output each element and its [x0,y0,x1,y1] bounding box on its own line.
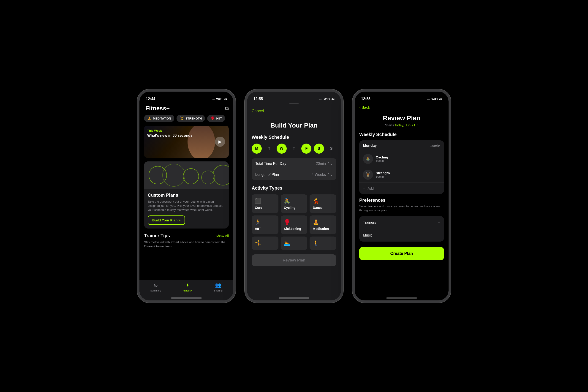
nav-summary[interactable]: ⊙ Summary [150,282,161,292]
back-button[interactable]: ‹ Back [359,105,370,110]
music-row[interactable]: Music + [359,229,444,242]
trainers-label: Trainers [363,220,376,224]
nav-summary-label: Summary [150,289,161,292]
day-t2-label: T [293,146,295,151]
chevron-updown-icon: ⌃⌄ [327,162,333,166]
phone-2: 12:55 ▪▪▪ WiFi 33 Cancel Build Your Plan… [245,89,343,303]
signal-icon-3: ▪▪▪ [427,97,430,101]
time-2: 12:55 [254,97,263,101]
home-indicator-2 [279,298,309,298]
status-icons-2: ▪▪▪ WiFi 33 [319,97,334,101]
strength-workout-icon: 🏋 [363,170,373,180]
review-plan-header: ‹ Back [355,103,448,114]
pill-meditation[interactable]: 🧘 MEDITATION [144,115,174,122]
wifi-icon: WiFi [216,97,222,101]
status-bar-2: 12:55 ▪▪▪ WiFi 33 [247,92,341,103]
more2-icon: 🏊 [284,240,304,246]
status-icons-3: ▪▪▪ WiFi 33 [427,97,442,101]
strength-icon: 🏋 [180,116,184,120]
activity-more-2[interactable]: 🏊 [281,236,308,250]
build-plan-title: Build Your Plan [247,117,341,135]
drag-handle [290,103,298,104]
activity-grid: ⬛ Core 🚴 Cycling 💃 Dance 🏃 HIIT 🥊 Kickbo… [247,194,341,254]
featured-video[interactable]: This Week What's new in 60 seconds ▶ [144,126,229,158]
cycling-workout-item[interactable]: 🚴 Cycling 10min [359,151,444,167]
day-thursday[interactable]: T [289,144,299,154]
day-monday[interactable]: M [252,144,262,154]
length-of-plan-row[interactable]: Length of Plan 4 Weeks ⌃⌄ [252,169,336,180]
trainer-tips-desc: Stay motivated with expert advice and ho… [140,240,233,248]
time-1: 12:44 [146,97,155,101]
pill-strength[interactable]: 🏋 STRENGTH [176,115,205,122]
trainers-row[interactable]: Trainers + [359,216,444,229]
activity-meditation[interactable]: 🧘 Meditation [310,216,336,234]
day-saturday[interactable]: S [314,144,324,154]
music-add-icon: + [438,233,440,238]
more3-icon: 🚶 [313,240,333,246]
total-time-val-text: 20min [316,162,326,166]
schedule-card: Monday 20min 🚴 Cycling 10min 🏋 Strength … [359,140,444,194]
status-bar-3: 12:55 ▪▪▪ WiFi 33 [355,92,448,103]
nav-fitness-plus[interactable]: ✦ Fitness+ [183,282,192,292]
review-plan-button[interactable]: Review Plan [252,254,336,266]
music-label: Music [363,233,372,238]
activity-dance[interactable]: 💃 Dance [310,194,336,213]
activity-core[interactable]: ⬛ Core [252,194,278,213]
activity-cycling[interactable]: 🚴 Cycling [281,194,308,213]
cycling-workout-icon: 🚴 [363,154,373,164]
preferences-title: Preferences [359,198,444,203]
activity-hiit[interactable]: 🏃 HIIT [252,216,278,234]
day-tuesday[interactable]: T [264,144,274,154]
video-title: What's new in 60 seconds [147,133,192,138]
category-pills: 🧘 MEDITATION 🏋 STRENGTH 🥊 HIIT [140,115,233,126]
plus-icon: + [363,186,366,191]
day-m-label: M [255,146,258,151]
length-plan-value: 4 Weeks ⌃⌄ [312,172,333,177]
play-button[interactable]: ▶ [215,137,225,147]
day-sunday[interactable]: S [326,144,336,154]
activity-kickboxing[interactable]: 🥊 Kickboxing [281,216,308,234]
build-your-plan-button[interactable]: Build Your Plan > [148,216,185,225]
day-wednesday[interactable]: W [276,144,287,154]
nav-sharing[interactable]: 👥 Sharing [214,282,222,292]
weekly-schedule-title: Weekly Schedule [247,135,341,144]
plans-desc: Take the guesswork out of your routine w… [148,200,225,212]
hiit-icon-2: 🏃 [255,219,275,225]
review-weekly-title: Weekly Schedule [359,132,444,137]
kickboxing-label: Kickboxing [284,227,304,230]
trainer-tips-title: Trainer Tips [144,233,170,238]
trainer-tips-header: Trainer Tips Show All [140,233,233,240]
phone-3-screen: 12:55 ▪▪▪ WiFi 33 ‹ Back Review Plan Sta… [355,92,448,300]
starts-label: Starts [385,123,394,127]
create-plan-button[interactable]: Create Plan [359,247,444,260]
strength-workout-item[interactable]: 🏋 Strength 10min [359,167,444,182]
day-t1-label: T [268,146,270,151]
total-time-row[interactable]: Total Time Per Day 20min ⌃⌄ [252,158,336,169]
activity-more-1[interactable]: 🤸 [252,236,278,250]
day-friday[interactable]: F [301,144,312,154]
this-week-badge: This Week [147,129,192,132]
add-workout-row[interactable]: + Add [359,182,444,194]
cast-icon[interactable]: ⧉ [225,106,229,112]
activity-more-3[interactable]: 🚶 [310,236,336,250]
signal-icon: ▪▪▪ [212,97,215,101]
length-plan-label: Length of Plan [255,173,279,177]
strength-workout-name: Strength [376,171,440,175]
strength-workout-info: Strength 10min [376,171,440,178]
show-all-link[interactable]: Show All [216,234,229,238]
cancel-button[interactable]: Cancel [252,109,264,113]
add-label: Add [368,186,374,190]
phone-1: 12:44 ▪▪▪ WiFi 35 Fitness+ ⧉ 🧘 MEDITATIO… [137,89,236,303]
phone-1-screen: 12:44 ▪▪▪ WiFi 35 Fitness+ ⧉ 🧘 MEDITATIO… [140,92,233,300]
cycling-label: Cycling [284,206,304,210]
status-bar-1: 12:44 ▪▪▪ WiFi 35 [140,92,233,103]
video-text: This Week What's new in 60 seconds [147,129,192,138]
pill-hiit[interactable]: 🥊 HIIT [207,115,225,122]
chevron-updown-icon-2: ⌃⌄ [327,172,333,177]
core-label: Core [255,206,275,210]
circle-deco-3 [183,168,199,184]
monday-header: Monday 20min [359,140,444,151]
dropdown-chevron-icon[interactable]: ˅ [416,123,418,127]
kickboxing-icon: 🥊 [284,219,304,225]
strength-workout-dur: 10min [376,175,440,178]
